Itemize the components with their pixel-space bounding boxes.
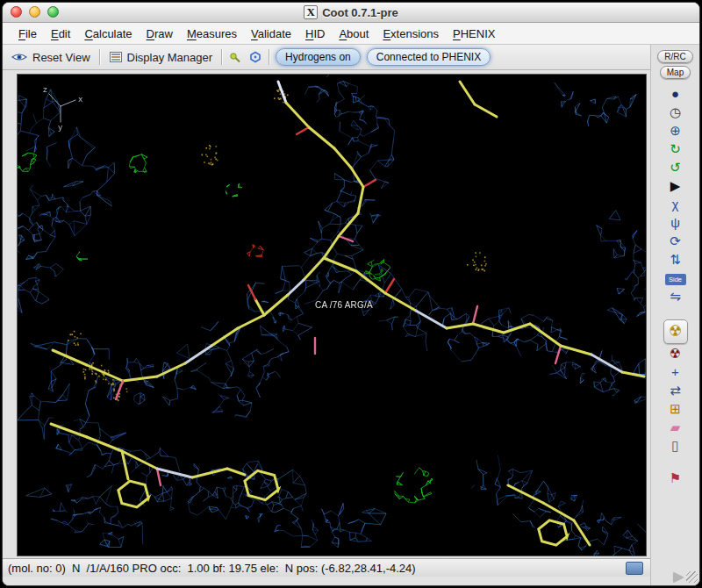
goto-ligand-icon[interactable] xyxy=(248,50,262,64)
window-title-area: X Coot 0.7.1-pre xyxy=(304,5,398,19)
reset-view-button[interactable]: Reset View xyxy=(8,49,93,66)
menu-edit[interactable]: Edit xyxy=(44,25,77,42)
icon-stack: ●◷⊕↻↺▶χψ⟳⇅Side⇋☢☢+⇄⊞▰▯⚑ xyxy=(663,84,688,487)
trash-icon[interactable]: ▯ xyxy=(664,436,687,455)
menu-file[interactable]: File xyxy=(11,25,44,42)
map-button[interactable]: Map xyxy=(660,66,691,79)
display-manager-icon xyxy=(109,51,123,63)
flip-peptide-icon[interactable]: ⇅ xyxy=(664,250,687,269)
eye-icon xyxy=(11,51,28,63)
menubar: FileEditCalculateDrawMeasuresValidateHID… xyxy=(3,23,699,45)
play-icon[interactable]: ▶ xyxy=(664,176,687,195)
window-controls xyxy=(11,6,59,18)
menu-calculate[interactable]: Calculate xyxy=(77,25,139,42)
titlebar[interactable]: X Coot 0.7.1-pre xyxy=(3,3,699,23)
hydrogens-toggle-button[interactable]: Hydrogens on xyxy=(276,48,361,66)
phi-psi-icon[interactable]: ψ xyxy=(664,213,687,232)
display-manager-label: Display Manager xyxy=(127,51,213,64)
rotate-translate-icon[interactable]: ⇄ xyxy=(664,381,687,399)
content-area: Reset View Display Manager Hydrogen xyxy=(3,45,699,585)
display-manager-button[interactable]: Display Manager xyxy=(106,49,216,66)
right-toolbar-bottom: ▶ xyxy=(673,570,699,585)
menu-measures[interactable]: Measures xyxy=(180,25,244,42)
rigid-body-icon[interactable]: + xyxy=(664,362,687,381)
status-text: (mol. no: 0) N /1/A/160 PRO occ: 1.00 bf… xyxy=(8,562,416,575)
toolbar-separator xyxy=(99,49,100,65)
torsion-icon[interactable]: ↺ xyxy=(664,158,687,176)
statusbar: (mol. no: 0) N /1/A/160 PRO occ: 1.00 bf… xyxy=(3,558,650,577)
gl-viewport[interactable]: CA /76 ARG/A xyxy=(3,70,650,558)
chi-angles-icon[interactable]: χ xyxy=(664,195,687,213)
x11-icon: X xyxy=(304,5,318,19)
window-title: Coot 0.7.1-pre xyxy=(322,6,398,19)
center-atom-icon[interactable]: ⊕ xyxy=(664,121,687,140)
coot-window: X Coot 0.7.1-pre FileEditCalculateDrawMe… xyxy=(2,2,700,586)
rotate-zone-icon[interactable]: ↻ xyxy=(664,140,687,158)
zoom-button[interactable] xyxy=(47,6,59,18)
molecular-canvas[interactable] xyxy=(17,74,647,556)
regularize-zone-icon[interactable]: ☢ xyxy=(664,344,687,362)
side-chain-icon[interactable]: Side xyxy=(664,269,687,287)
toolbar-separator xyxy=(221,49,222,65)
clock-icon[interactable]: ◷ xyxy=(664,103,687,121)
console-play-icon[interactable]: ▶ xyxy=(673,570,684,583)
status-scale-widget[interactable] xyxy=(626,562,643,575)
menu-validate[interactable]: Validate xyxy=(244,25,298,42)
resize-grip[interactable] xyxy=(686,571,698,583)
reset-view-label: Reset View xyxy=(32,51,90,64)
minimize-button[interactable] xyxy=(29,6,40,18)
bottom-filler xyxy=(3,577,650,585)
add-terminal-residue-icon[interactable]: ⊞ xyxy=(664,399,687,418)
globe-icon[interactable]: ● xyxy=(664,84,687,103)
menu-draw[interactable]: Draw xyxy=(140,25,180,42)
jed-flip-icon[interactable]: ⇋ xyxy=(664,287,687,305)
menu-about[interactable]: About xyxy=(332,25,376,42)
menu-phenix[interactable]: PHENIX xyxy=(446,25,502,42)
right-toolbar: R/RC Map ●◷⊕↻↺▶χψ⟳⇅Side⇋☢☢+⇄⊞▰▯⚑ ▶ xyxy=(650,45,699,585)
menu-extensions[interactable]: Extensions xyxy=(376,25,446,42)
phenix-status-button[interactable]: Connected to PHENIX xyxy=(367,48,491,66)
rotamer-icon[interactable]: ⟳ xyxy=(664,232,687,250)
close-button[interactable] xyxy=(11,6,22,18)
eraser-icon[interactable]: ▰ xyxy=(664,418,687,436)
menu-hid[interactable]: HID xyxy=(298,25,332,42)
rrc-button[interactable]: R/RC xyxy=(657,50,692,63)
real-space-refine-icon[interactable]: ☢ xyxy=(663,319,688,344)
goto-atom-icon[interactable] xyxy=(228,50,242,64)
main-pane: Reset View Display Manager Hydrogen xyxy=(3,45,650,585)
toolbar: Reset View Display Manager Hydrogen xyxy=(3,45,650,70)
flag-icon[interactable]: ⚑ xyxy=(664,469,687,487)
toolbar-separator xyxy=(269,49,269,65)
